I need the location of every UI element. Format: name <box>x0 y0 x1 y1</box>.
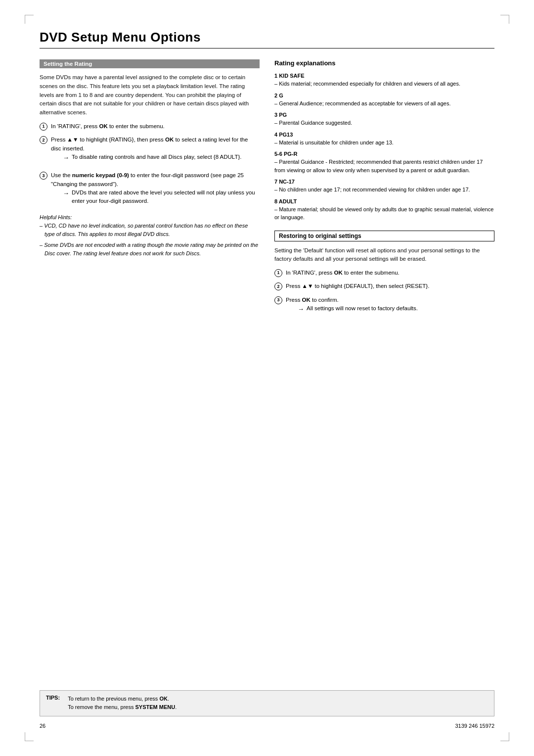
corner-mark-bl <box>25 732 34 741</box>
step-3-text: Use the numeric keypad (0-9) to enter th… <box>51 171 260 209</box>
rating-7-label: 7 NC-17 <box>274 179 494 185</box>
corner-mark-br <box>500 732 509 741</box>
restore-intro: Setting the 'Default' function will rese… <box>274 246 494 264</box>
step-2-note: → To disable rating controls and have al… <box>63 153 260 163</box>
rating-8-adult: 8 ADULT – Mature material; should be vie… <box>274 198 494 222</box>
step-3-num: 3 <box>40 172 47 180</box>
restoring-section-header: Restoring to original settings <box>274 231 494 241</box>
step-1-text: In 'RATING', press OK to enter the subme… <box>51 122 260 131</box>
tips-label: TIPS: <box>46 695 60 701</box>
step-3: 3 Use the numeric keypad (0-9) to enter … <box>40 171 260 209</box>
restore-step-3-text: Press OK to confirm. → All settings will… <box>286 296 494 318</box>
rating-3-pg: 3 PG – Parental Guidance suggested. <box>274 112 494 127</box>
step-2-text: Press ▲▼ to highlight {RATING}, then pre… <box>51 136 260 166</box>
content-columns: Setting the Rating Some DVDs may have a … <box>40 59 494 323</box>
rating-2-g: 2 G – General Audience; recommended as a… <box>274 93 494 108</box>
page-number: 26 <box>40 723 45 729</box>
rating-5-6-desc: – Parental Guidance - Restricted; recomm… <box>274 158 494 174</box>
restore-step-3-note: → All settings will now reset to factory… <box>298 304 494 314</box>
rating-4-pg13: 4 PG13 – Material is unsuitable for chil… <box>274 132 494 147</box>
restore-step-3: 3 Press OK to confirm. → All settings wi… <box>274 296 494 318</box>
arrow-icon-3: → <box>63 189 69 198</box>
restore-step-1: 1 In 'RATING', press OK to enter the sub… <box>274 269 494 277</box>
arrow-icon-2: → <box>63 153 69 163</box>
page: DVD Setup Menu Options Setting the Ratin… <box>0 0 534 756</box>
restore-step-1-num: 1 <box>274 269 282 277</box>
rating-4-label: 4 PG13 <box>274 132 494 138</box>
rating-7-nc17: 7 NC-17 – No children under age 17; not … <box>274 179 494 194</box>
right-column: Rating explanations 1 KID SAFE – Kids ma… <box>274 59 494 323</box>
setting-the-rating-header: Setting the Rating <box>40 59 260 68</box>
intro-paragraph: Some DVDs may have a parental level assi… <box>40 73 260 117</box>
hint-2: – Some DVDs are not encoded with a ratin… <box>40 241 260 257</box>
rating-3-label: 3 PG <box>274 112 494 118</box>
steps-list: 1 In 'RATING', press OK to enter the sub… <box>40 122 260 209</box>
rating-8-desc: – Mature material; should be viewed only… <box>274 205 494 222</box>
rating-4-desc: – Material is unsuitable for children un… <box>274 139 494 147</box>
rating-5-6-pg-r: 5-6 PG-R – Parental Guidance - Restricte… <box>274 151 494 174</box>
rating-3-desc: – Parental Guidance suggested. <box>274 119 494 127</box>
restore-step-2-text: Press ▲▼ to highlight {DEFAULT}, then se… <box>286 282 494 290</box>
hint-1: – VCD, CD have no level indication, so p… <box>40 222 260 238</box>
corner-mark-tl <box>25 15 34 24</box>
left-column: Setting the Rating Some DVDs may have a … <box>40 59 260 260</box>
doc-number: 3139 246 15972 <box>455 723 494 729</box>
rating-2-desc: – General Audience; recommended as accep… <box>274 99 494 108</box>
rating-explanations-title: Rating explanations <box>274 59 494 67</box>
corner-mark-tr <box>500 15 509 24</box>
step-1-num: 1 <box>40 123 47 131</box>
helpful-hints-section: Helpful Hints: – VCD, CD have no level i… <box>40 214 260 257</box>
rating-1-label: 1 KID SAFE <box>274 73 494 79</box>
tips-bar: TIPS: To return to the previous menu, pr… <box>40 690 494 716</box>
arrow-icon-restore-3: → <box>298 304 304 314</box>
tips-content: To return to the previous menu, press OK… <box>68 695 177 712</box>
main-title: DVD Setup Menu Options <box>40 30 494 48</box>
step-3-note: → DVDs that are rated above the level yo… <box>63 189 260 206</box>
step-2-num: 2 <box>40 136 47 144</box>
rating-7-desc: – No children under age 17; not recommen… <box>274 186 494 194</box>
rating-5-6-label: 5-6 PG-R <box>274 151 494 157</box>
rating-2-label: 2 G <box>274 93 494 98</box>
restore-steps-list: 1 In 'RATING', press OK to enter the sub… <box>274 269 494 318</box>
restore-step-3-num: 3 <box>274 296 282 304</box>
rating-1-desc: – Kids material; recommended especially … <box>274 80 494 88</box>
helpful-hints-title: Helpful Hints: <box>40 214 260 220</box>
rating-1-kid-safe: 1 KID SAFE – Kids material; recommended … <box>274 73 494 88</box>
step-2: 2 Press ▲▼ to highlight {RATING}, then p… <box>40 136 260 166</box>
step-1: 1 In 'RATING', press OK to enter the sub… <box>40 122 260 131</box>
restore-step-2-num: 2 <box>274 283 282 290</box>
restore-step-2: 2 Press ▲▼ to highlight {DEFAULT}, then … <box>274 282 494 290</box>
rating-8-label: 8 ADULT <box>274 198 494 204</box>
restore-step-1-text: In 'RATING', press OK to enter the subme… <box>286 269 494 277</box>
